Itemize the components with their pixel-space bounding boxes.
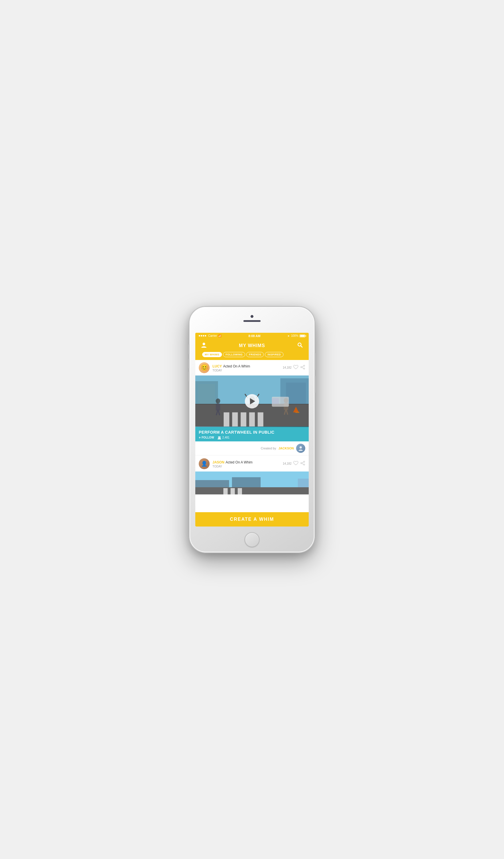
creator-avatar-jackson[interactable] xyxy=(296,444,305,453)
post-header-2: JASON Acted On A Whim TODAY 14,182 xyxy=(195,456,309,471)
status-right: ➤ 100% xyxy=(287,334,305,337)
like-count-jason: 14,182 xyxy=(283,462,292,465)
svg-point-5 xyxy=(301,366,302,368)
header-title: MY WHIMS xyxy=(208,343,296,348)
avatar-jason[interactable] xyxy=(199,458,210,469)
heart-icon-lucy[interactable] xyxy=(293,365,298,371)
like-count-lucy: 14,182 xyxy=(283,366,292,369)
svg-point-1 xyxy=(298,343,301,346)
tab-friends[interactable]: FRIENDS xyxy=(246,352,264,357)
avatar-lucy[interactable] xyxy=(199,362,210,373)
svg-rect-48 xyxy=(195,487,309,494)
post-header-1: LUCY Acted On A Whim TODAY 14,182 xyxy=(195,360,309,376)
profile-icon[interactable] xyxy=(200,342,208,350)
play-button[interactable] xyxy=(245,394,259,408)
svg-point-4 xyxy=(303,368,305,369)
video-thumbnail[interactable] xyxy=(195,376,309,427)
svg-rect-52 xyxy=(298,479,309,487)
battery-percent: 100% xyxy=(291,334,298,337)
post-item-2: JASON Acted On A Whim TODAY 14,182 xyxy=(195,456,309,494)
signal-dots xyxy=(199,335,206,336)
speaker xyxy=(243,320,261,322)
carrier-label: Carrier xyxy=(208,334,217,337)
post-actions-jason: 14,182 xyxy=(283,461,305,467)
heart-icon-jason[interactable] xyxy=(293,461,298,467)
post-info-jason: JASON Acted On A Whim TODAY xyxy=(212,459,280,468)
svg-rect-50 xyxy=(231,488,235,494)
post-item-1: LUCY Acted On A Whim TODAY 14,182 xyxy=(195,360,309,455)
phone-frame: Carrier 📶 8:08 AM ➤ 100% xyxy=(189,306,315,553)
share-icon-lucy[interactable] xyxy=(300,365,305,371)
status-bar: Carrier 📶 8:08 AM ➤ 100% xyxy=(195,333,309,339)
tab-inspired[interactable]: INSPIRED xyxy=(265,352,283,357)
svg-rect-51 xyxy=(238,488,242,494)
svg-point-39 xyxy=(300,446,302,449)
camera xyxy=(251,315,253,318)
post-info-lucy: LUCY Acted On A Whim TODAY xyxy=(212,363,280,372)
post-username-lucy: LUCY Acted On A Whim xyxy=(212,363,280,368)
creator-name[interactable]: JACKSON xyxy=(278,447,294,450)
follower-count: 2,481 xyxy=(217,436,230,440)
phone-screen: Carrier 📶 8:08 AM ➤ 100% xyxy=(195,333,309,527)
location-icon: ➤ xyxy=(287,334,290,337)
post-actions-lucy: 14,182 xyxy=(283,365,305,371)
svg-line-44 xyxy=(302,464,303,464)
svg-point-3 xyxy=(303,365,305,366)
whim-title: PERFORM A CARTWHEEL IN PUBLIC xyxy=(199,430,305,435)
tab-bar: MY WHIMS FOLLOWING FRIENDS INSPIRED xyxy=(200,352,304,360)
svg-line-7 xyxy=(302,367,303,368)
whim-meta: + FOLLOW 2,481 xyxy=(199,436,305,440)
tab-following[interactable]: FOLLOWING xyxy=(223,352,246,357)
follow-button[interactable]: + FOLLOW xyxy=(199,436,214,440)
tab-my-whims[interactable]: MY WHIMS xyxy=(202,352,222,357)
battery-fill xyxy=(300,335,305,337)
whim-banner: PERFORM A CARTWHEEL IN PUBLIC + FOLLOW xyxy=(195,427,309,441)
status-left: Carrier 📶 xyxy=(199,334,221,337)
post-username-jason: JASON xyxy=(212,460,224,464)
create-whim-button[interactable]: CREATE A WHIM xyxy=(195,512,309,527)
svg-line-6 xyxy=(302,366,303,367)
share-icon-jason[interactable] xyxy=(300,461,305,467)
svg-point-0 xyxy=(203,343,205,345)
phone-wrapper: Carrier 📶 8:08 AM ➤ 100% xyxy=(189,306,315,553)
post-action-jason: Acted On A Whim xyxy=(226,460,253,464)
wifi-icon: 📶 xyxy=(218,334,221,337)
play-triangle xyxy=(250,398,255,404)
search-icon[interactable] xyxy=(296,342,304,349)
post-preview-img-jason[interactable] xyxy=(195,471,309,494)
battery-indicator xyxy=(300,334,305,337)
creator-row: Created by JACKSON xyxy=(195,441,309,455)
post-time-lucy: TODAY xyxy=(212,369,280,372)
svg-point-41 xyxy=(303,464,305,465)
svg-point-40 xyxy=(303,461,305,462)
header-row: MY WHIMS xyxy=(200,342,304,352)
content-area: LUCY Acted On A Whim TODAY 14,182 xyxy=(195,360,309,522)
post-username-jason-wrap: JASON Acted On A Whim xyxy=(212,459,280,465)
svg-point-38 xyxy=(219,436,221,438)
svg-line-43 xyxy=(302,462,303,463)
created-by-text: Created by xyxy=(261,447,276,450)
home-button[interactable] xyxy=(245,532,259,547)
plus-icon: + xyxy=(199,436,201,440)
post-time-jason: TODAY xyxy=(212,465,280,468)
svg-rect-49 xyxy=(223,488,228,494)
svg-line-2 xyxy=(301,346,303,347)
svg-point-42 xyxy=(301,463,302,464)
status-time: 8:08 AM xyxy=(249,334,261,338)
phone-top xyxy=(243,315,261,322)
app-header: MY WHIMS MY WHIMS FOLLOWING FRIENDS INSP… xyxy=(195,339,309,360)
